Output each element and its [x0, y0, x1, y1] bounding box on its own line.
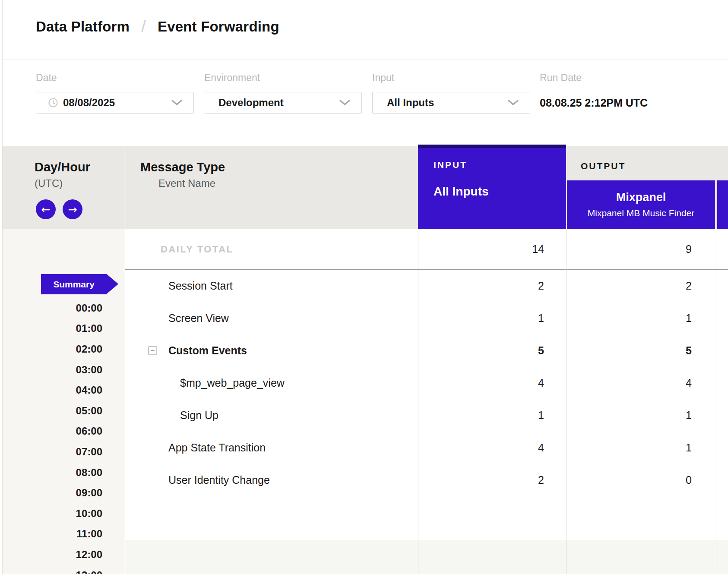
date-value: 08/08/2025: [63, 97, 115, 109]
event-name: App State Transition: [168, 432, 266, 464]
sidebar-divider: [125, 146, 125, 574]
output-count-cell: 1: [567, 399, 692, 432]
daily-total-output-value: 9: [567, 229, 692, 269]
hour-row[interactable]: 01:00: [3, 319, 102, 339]
daily-total-label: DAILY TOTAL: [161, 229, 233, 269]
hour-row[interactable]: 09:00: [3, 483, 102, 503]
output-column-header-mixpanel[interactable]: Mixpanel Mixpanel MB Music Finder: [567, 180, 715, 229]
breadcrumb-separator: /: [141, 17, 146, 36]
message-type-title: Message Type: [140, 160, 225, 174]
breadcrumb: Data Platform / Event Forwarding: [36, 17, 279, 36]
input-count-cell: 2: [418, 270, 544, 302]
table-row: − App State Transition 4 1: [125, 432, 728, 464]
date-filter-label: Date: [36, 72, 57, 84]
input-count-cell: 1: [418, 399, 544, 432]
clock-icon: [48, 98, 58, 108]
next-day-button[interactable]: →: [63, 199, 82, 219]
hour-row[interactable]: 10:00: [3, 503, 102, 524]
run-date-label: Run Date: [540, 72, 582, 84]
environment-filter-label: Environment: [204, 72, 260, 84]
input-select[interactable]: All Inputs: [372, 92, 530, 114]
input-group-label: INPUT: [434, 160, 467, 170]
mixpanel-column-title: Mixpanel: [567, 191, 715, 204]
output-count-cell: 4: [567, 367, 692, 399]
input-count-cell: 4: [418, 432, 544, 464]
table-row: − Sign Up 1 1: [125, 399, 728, 432]
hour-row[interactable]: 00:00: [3, 298, 102, 319]
hour-row[interactable]: 11:00: [3, 524, 102, 545]
event-forwarding-page: Data Platform / Event Forwarding Date 08…: [0, 0, 728, 574]
output-column-header-partial[interactable]: [717, 180, 728, 229]
filter-bar: Date 08/08/2025 Environment Development …: [3, 60, 728, 146]
event-name: Sign Up: [180, 399, 218, 432]
arrow-right-icon: →: [68, 203, 77, 216]
input-count-cell: 1: [418, 302, 544, 334]
output-count-cell: 1: [567, 302, 692, 334]
input-count-cell: 5: [418, 334, 544, 367]
daily-total-row: DAILY TOTAL 14 9: [125, 229, 728, 270]
daily-total-input-value: 14: [418, 229, 544, 269]
summary-label: Summary: [53, 279, 95, 290]
collapse-toggle-icon[interactable]: −: [148, 346, 157, 355]
chevron-down-icon: [171, 100, 182, 106]
output-count-cell: 2: [567, 270, 692, 302]
previous-day-button[interactable]: ←: [36, 199, 56, 219]
input-filter-label: Input: [372, 72, 394, 84]
table-row: − Screen View 1 1: [125, 302, 728, 334]
input-column-title: All Inputs: [434, 185, 489, 199]
event-name: Custom Events: [168, 334, 247, 367]
event-name: Screen View: [168, 302, 229, 334]
output-count-cell: 5: [567, 334, 692, 367]
app-header: Data Platform / Event Forwarding: [3, 0, 728, 60]
run-date-value: 08.08.25 2:12PM UTC: [540, 97, 648, 109]
input-value: All Inputs: [387, 97, 434, 109]
date-select[interactable]: 08/08/2025: [36, 92, 194, 114]
column-divider: [418, 229, 418, 574]
page-left-border: [2, 0, 3, 574]
table-row: − $mp_web_page_view 4 4: [125, 367, 728, 399]
hour-row[interactable]: 12:00: [3, 544, 102, 565]
input-count-cell: 2: [418, 464, 544, 496]
table-row: − User Identity Change 2 0: [125, 464, 728, 496]
table-footer-band: [125, 540, 728, 574]
column-divider: [567, 229, 567, 574]
day-hour-subtitle: (UTC): [35, 177, 63, 189]
summary-badge[interactable]: Summary: [41, 274, 107, 294]
hour-row[interactable]: 04:00: [3, 380, 102, 401]
hour-list: 00:0001:0002:0003:0004:0005:0006:0007:00…: [3, 298, 102, 574]
hour-row[interactable]: 05:00: [3, 401, 102, 421]
hour-row[interactable]: 06:00: [3, 421, 102, 442]
hour-row[interactable]: 13:00: [3, 565, 102, 574]
input-column-header[interactable]: INPUT All Inputs: [418, 145, 566, 229]
output-group-label: OUTPUT: [581, 161, 626, 171]
chevron-down-icon: [339, 100, 350, 106]
event-name: User Identity Change: [168, 464, 270, 496]
input-count-cell: 4: [418, 367, 544, 399]
chevron-down-icon: [508, 100, 519, 106]
day-hour-sidebar: Summary 00:0001:0002:0003:0004:0005:0006…: [3, 229, 125, 574]
event-name-subtitle: Event Name: [158, 177, 215, 189]
day-hour-title: Day/Hour: [35, 160, 90, 174]
column-divider: [716, 229, 716, 574]
environment-value: Development: [218, 97, 284, 109]
output-count-cell: 1: [567, 432, 692, 464]
table-row: − Session Start 2 2: [125, 270, 728, 302]
hour-row[interactable]: 07:00: [3, 442, 102, 462]
breadcrumb-section[interactable]: Data Platform: [36, 19, 130, 35]
event-name: $mp_web_page_view: [180, 367, 285, 399]
hour-row[interactable]: 02:00: [3, 339, 102, 360]
mixpanel-column-subtitle: Mixpanel MB Music Finder: [567, 208, 715, 218]
arrow-left-icon: ←: [41, 203, 51, 216]
table-row: − Custom Events 5 5: [125, 334, 728, 367]
hour-row[interactable]: 08:00: [3, 462, 102, 483]
output-count-cell: 0: [567, 464, 692, 496]
environment-select[interactable]: Development: [204, 92, 362, 114]
hour-row[interactable]: 03:00: [3, 360, 102, 380]
page-title: Event Forwarding: [158, 19, 279, 35]
event-name: Session Start: [168, 270, 233, 302]
event-rows: − Session Start 2 2 − Screen View 1 1 − …: [125, 270, 728, 496]
